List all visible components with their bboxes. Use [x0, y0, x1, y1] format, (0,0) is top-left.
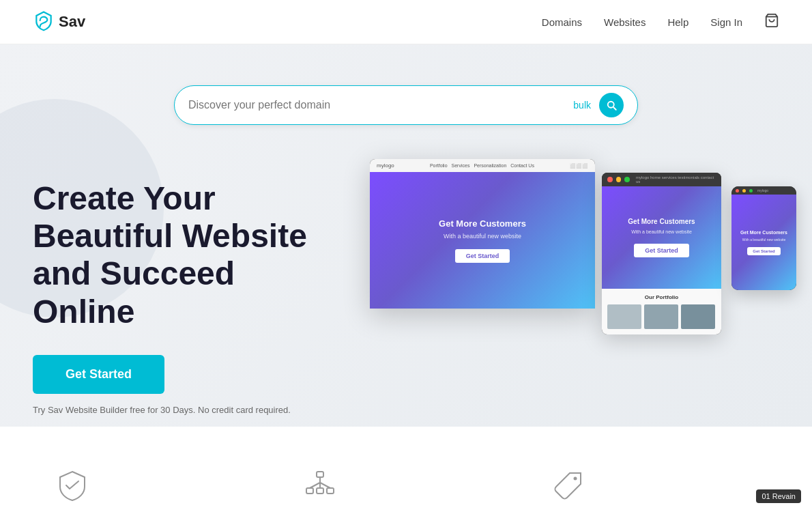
hero-devices: mylogo Portfolio Services Personalizatio… [370, 159, 779, 371]
svg-rect-3 [317, 488, 323, 494]
portfolio-thumb-2 [644, 304, 678, 329]
search-input[interactable] [188, 99, 573, 111]
tablet-titlebar: mylogo home services testimonials contac… [602, 173, 721, 186]
phone-screen: Get More Customers With a beautiful new … [731, 195, 796, 290]
dot-yellow [616, 177, 622, 182]
phone-dot-red [736, 189, 739, 192]
tablet-screen-title: Get More Customers [628, 218, 695, 225]
search-bar: bulk [174, 85, 638, 125]
portfolio-thumb-1 [607, 304, 641, 329]
feature-dns: Free DNS, SSL & More Sav provides you wi… [302, 468, 509, 514]
navbar: Sav Domains Websites Help Sign In [0, 0, 812, 44]
desktop-screen: Get More Customers With a beautiful new … [370, 172, 595, 309]
portfolio-label: Our Portfolio [607, 294, 716, 300]
logo-link[interactable]: Sav [33, 10, 85, 34]
hero-text: Create Your Beautiful Website and Succee… [33, 166, 319, 415]
watermark: 01 Revain [756, 489, 801, 503]
phone-dot-yellow [742, 189, 746, 192]
dot-green [624, 177, 630, 182]
nav-help[interactable]: Help [667, 16, 688, 28]
desktop-navbar: mylogo Portfolio Services Personalizatio… [370, 159, 595, 172]
hero-title: Create Your Beautiful Website and Succee… [33, 180, 319, 330]
watermark-text: 01 Revain [762, 492, 796, 500]
tag-icon [551, 468, 586, 503]
svg-rect-2 [306, 488, 313, 494]
dot-red [607, 177, 613, 182]
hero-content: Create Your Beautiful Website and Succee… [33, 166, 779, 415]
feature-privacy: Free Privacy Protection Unlike others th… [55, 468, 261, 514]
tablet-screen-sub: With a beautiful new website [631, 229, 692, 234]
nav-websites[interactable]: Websites [604, 16, 646, 28]
desktop-nav-links: Portfolio Services Personalization Conta… [430, 163, 534, 168]
svg-rect-1 [317, 472, 323, 477]
desktop-icons: ⬜⬜⬜ [570, 163, 588, 169]
tablet-portfolio: Our Portfolio [602, 289, 721, 334]
features-section: Free Privacy Protection Unlike others th… [0, 427, 812, 514]
svg-rect-4 [327, 488, 334, 494]
shield-icon [55, 468, 90, 503]
svg-line-6 [310, 483, 320, 488]
nav-links: Domains Websites Help Sign In [542, 13, 779, 31]
tablet-screen: Get More Customers With a beautiful new … [602, 186, 721, 289]
feature-sell: Sell More Domains Utilize Sav's highly o… [551, 468, 757, 514]
desktop-screen-btn: Get Started [455, 249, 510, 263]
svg-point-9 [573, 477, 577, 481]
phone-mockup: mylogo Get More Customers With a beautif… [731, 186, 796, 290]
logo-icon [33, 10, 55, 34]
tablet-mockup: mylogo home services testimonials contac… [602, 173, 721, 334]
network-icon [302, 468, 338, 503]
get-started-button[interactable]: Get Started [33, 355, 164, 394]
nav-signin[interactable]: Sign In [710, 16, 742, 28]
phone-titlebar: mylogo [731, 186, 796, 195]
tablet-screen-btn: Get Started [634, 244, 689, 257]
desktop-screen-title: Get More Customers [439, 218, 526, 229]
nav-domains[interactable]: Domains [542, 16, 582, 28]
logo-text: Sav [59, 13, 85, 31]
phone-logo-text: mylogo [757, 188, 768, 192]
portfolio-grid [607, 304, 716, 329]
svg-line-8 [320, 483, 330, 488]
portfolio-thumb-3 [681, 304, 715, 329]
phone-screen-sub: With a beautiful new website [742, 238, 785, 242]
cart-icon[interactable] [764, 13, 779, 31]
search-button[interactable] [599, 93, 624, 117]
phone-dot-green [749, 189, 753, 192]
hero-subtitle: Try Sav Website Builder free for 30 Days… [33, 405, 319, 415]
tablet-nav-text: mylogo home services testimonials contac… [636, 175, 716, 184]
bulk-label[interactable]: bulk [573, 100, 591, 111]
desktop-screen-sub: With a beautiful new website [444, 233, 521, 240]
phone-screen-btn: Get Started [747, 247, 780, 255]
search-container: bulk [33, 85, 779, 125]
desktop-mockup: mylogo Portfolio Services Personalizatio… [370, 159, 595, 309]
desktop-logo: mylogo [377, 162, 394, 169]
phone-screen-title: Get More Customers [740, 230, 787, 235]
hero-section: bulk Create Your Beautiful Website and S… [0, 44, 812, 427]
